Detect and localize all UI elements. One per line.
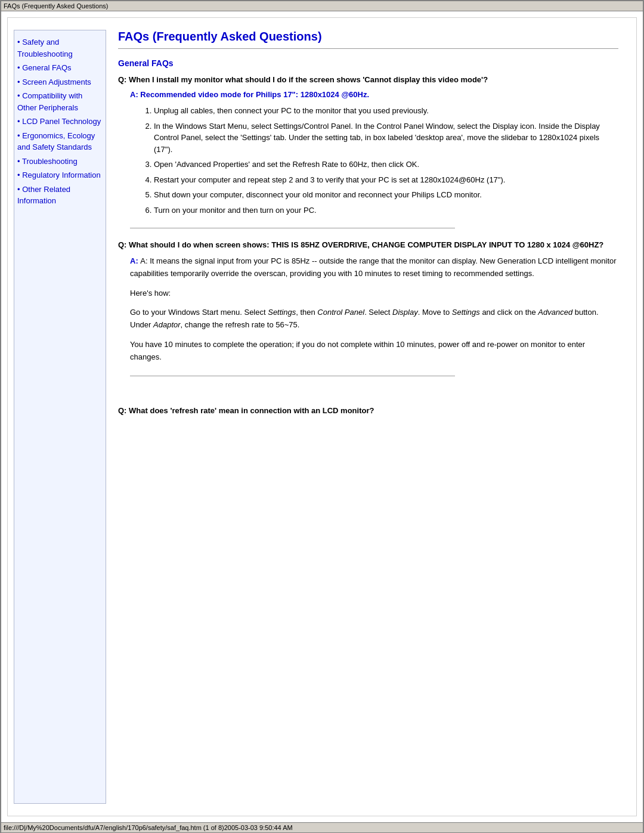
title-bar: FAQs (Frequently Asked Questions) (1, 1, 643, 11)
answer-2-intro: A: A: It means the signal input from you… (130, 255, 618, 280)
list-item: Turn on your monitor and then turn on yo… (154, 205, 618, 216)
sidebar-item-lcd[interactable]: LCD Panel Technology (17, 116, 103, 128)
list-item: Open 'Advanced Properties' and set the R… (154, 159, 618, 171)
answer-1-header: A: Recommended video mode for Philips 17… (130, 90, 618, 99)
list-item: Unplug all cables, then connect your PC … (154, 105, 618, 117)
answer-2-goto: Go to your Windows Start menu. Select Se… (130, 306, 618, 332)
question-3: Q: What does 'refresh rate' mean in conn… (118, 406, 618, 415)
q2-text: Q: What should I do when screen shows: T… (118, 240, 603, 249)
list-item: Restart your computer and repeat step 2 … (154, 174, 618, 186)
sidebar-item-ergonomics[interactable]: Ergonomics, Ecology and Safety Standards (17, 130, 103, 153)
main-content: FAQs (Frequently Asked Questions) Genera… (106, 30, 630, 804)
section-title: General FAQs (118, 58, 618, 68)
list-item: In the Windows Start Menu, select Settin… (154, 120, 618, 156)
section-divider-1 (130, 228, 455, 228)
a2-label: A: (130, 256, 140, 265)
answer-1-steps: Unplug all cables, then connect your PC … (154, 105, 618, 216)
section-divider-2 (130, 376, 455, 376)
sidebar-item-compatibility[interactable]: Compatibility with Other Peripherals (17, 90, 103, 113)
question-1: Q: When I install my monitor what should… (118, 75, 618, 84)
sidebar-item-other[interactable]: Other Related Information (17, 184, 103, 207)
heres-how: Here's how: (130, 287, 618, 300)
title-divider (118, 48, 618, 49)
status-bar: file:///D|/My%20Documents/dfu/A7/english… (1, 822, 643, 832)
list-item: Shut down your computer, disconnect your… (154, 189, 618, 201)
q1-text: Q: When I install my monitor what should… (118, 75, 488, 84)
q3-text: Q: What does 'refresh rate' mean in conn… (118, 406, 374, 415)
title-bar-text: FAQs (Frequently Asked Questions) (4, 2, 108, 10)
question-2: Q: What should I do when screen shows: T… (118, 240, 618, 249)
status-bar-text: file:///D|/My%20Documents/dfu/A7/english… (4, 824, 293, 831)
sidebar-item-regulatory[interactable]: Regulatory Information (17, 169, 103, 181)
page-title: FAQs (Frequently Asked Questions) (118, 30, 618, 44)
answer-2-tenmin: You have 10 minutes to complete the oper… (130, 339, 618, 364)
sidebar-item-screen[interactable]: Screen Adjustments (17, 76, 103, 88)
sidebar-item-general[interactable]: General FAQs (17, 62, 103, 74)
sidebar-item-troubleshooting[interactable]: Troubleshooting (17, 156, 103, 168)
sidebar: Safety and Troubleshooting General FAQs … (14, 30, 106, 804)
sidebar-item-safety[interactable]: Safety and Troubleshooting (17, 36, 103, 60)
